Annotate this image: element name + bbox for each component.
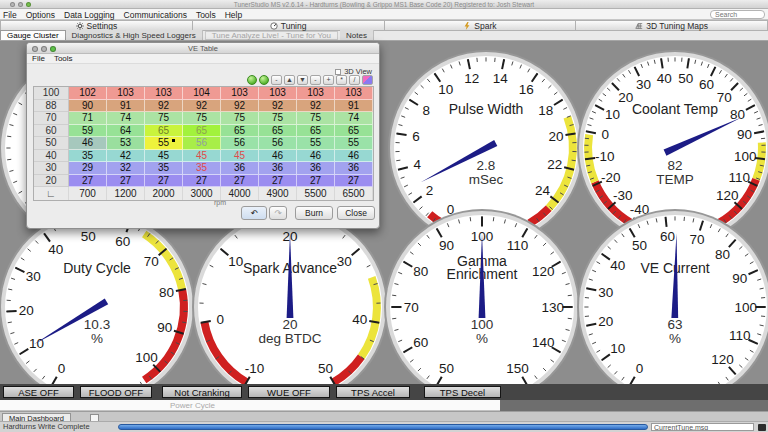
ve-cell[interactable]: 92 <box>183 100 221 113</box>
ve-cell[interactable]: 36 <box>221 162 259 175</box>
search-input[interactable] <box>710 10 765 19</box>
ve-cell[interactable]: 74 <box>107 112 145 125</box>
ve-cell[interactable]: 92 <box>145 100 183 113</box>
ve-cell[interactable]: 92 <box>221 100 259 113</box>
ve-cell[interactable]: 32 <box>107 162 145 175</box>
ve-cell[interactable]: 53 <box>107 137 145 150</box>
window-dot-icon[interactable] <box>41 46 47 52</box>
ve-cell[interactable]: 36 <box>259 162 297 175</box>
window-dot-icon[interactable] <box>18 2 23 7</box>
menu-item-file[interactable]: File <box>3 10 17 20</box>
ve-cell[interactable]: 56 <box>183 137 221 150</box>
increase-cell-button[interactable]: ▲ <box>284 75 295 85</box>
sub-tab-notes[interactable]: Notes <box>340 30 374 40</box>
ve-cell[interactable]: 103 <box>221 87 259 100</box>
window-dot-icon[interactable] <box>32 46 38 52</box>
ve-cell[interactable]: 103 <box>107 87 145 100</box>
sub-tab-gauge-cluster[interactable]: Gauge Cluster <box>0 30 66 40</box>
ve-cell[interactable]: 103 <box>335 87 373 100</box>
ve-cell[interactable]: 90 <box>69 100 107 113</box>
window-dot-icon[interactable] <box>50 46 56 52</box>
ve-cell[interactable]: 103 <box>259 87 297 100</box>
ve-cell[interactable]: 27 <box>145 175 183 188</box>
ve-cell[interactable]: 65 <box>297 125 335 138</box>
ve-cell[interactable]: 103 <box>297 87 335 100</box>
ve-cell[interactable]: 56 <box>259 137 297 150</box>
edit-button[interactable]: / <box>349 75 360 85</box>
ve-window-titlebar[interactable]: VE Table <box>27 43 379 54</box>
ve-cell[interactable]: 75 <box>297 112 335 125</box>
plus-button[interactable]: + <box>323 75 334 85</box>
ve-cell[interactable]: 46 <box>335 150 373 163</box>
ve-cell[interactable]: 27 <box>221 175 259 188</box>
ve-cell[interactable]: 45 <box>183 150 221 163</box>
menu-item-tools[interactable]: Tools <box>196 10 216 20</box>
ve-cell[interactable]: 104 <box>183 87 221 100</box>
ve-cell[interactable]: 65 <box>259 125 297 138</box>
close-button[interactable]: Close <box>337 206 375 220</box>
menu-item-help[interactable]: Help <box>225 10 242 20</box>
ve-cell[interactable]: 65 <box>335 125 373 138</box>
ve-cell[interactable]: 71 <box>69 112 107 125</box>
ve-cell[interactable]: 75 <box>183 112 221 125</box>
ve-table-window[interactable]: VE Table FileTools 3D View -▲▼-+*/ 10010… <box>26 42 380 229</box>
tab-spark[interactable]: Spark <box>385 20 577 31</box>
decrease-cell-button[interactable]: ▼ <box>297 75 308 85</box>
window-dot-icon[interactable] <box>26 2 31 7</box>
scale-button[interactable]: * <box>336 75 347 85</box>
ve-cell[interactable]: 27 <box>335 175 373 188</box>
undo-button[interactable]: ↶ <box>241 206 267 220</box>
menu-item-options[interactable]: Options <box>26 10 55 20</box>
table-zoom-in-button[interactable] <box>259 75 269 85</box>
sub-tab-tune-analyze-live-tune-for-you[interactable]: Tune Analyze Live! - Tune for You <box>205 31 338 40</box>
ve-cell[interactable]: 36 <box>335 162 373 175</box>
ve-cell[interactable]: 27 <box>259 175 297 188</box>
heatmap-colors-button[interactable] <box>362 75 373 85</box>
ve-cell[interactable]: 27 <box>69 175 107 188</box>
ve-cell[interactable]: 55 <box>145 137 183 150</box>
ve-cell[interactable]: 45 <box>221 150 259 163</box>
ve-cell[interactable]: 91 <box>107 100 145 113</box>
ve-cell[interactable]: 65 <box>183 125 221 138</box>
ve-cell[interactable]: 36 <box>297 162 335 175</box>
ve-cell[interactable]: 55 <box>297 137 335 150</box>
menu-item-communications[interactable]: Communications <box>124 10 187 20</box>
ve-cell[interactable]: 46 <box>69 137 107 150</box>
burn-button[interactable]: Burn <box>295 206 333 220</box>
ve-cell[interactable]: 75 <box>145 112 183 125</box>
ve-cell[interactable]: 46 <box>259 150 297 163</box>
ve-cell[interactable]: 27 <box>107 175 145 188</box>
ve-cell[interactable]: 65 <box>221 125 259 138</box>
ve-cell[interactable]: 45 <box>145 150 183 163</box>
ve-cell[interactable]: 75 <box>259 112 297 125</box>
ve-cell[interactable]: 74 <box>335 112 373 125</box>
ve-cell[interactable]: 35 <box>69 150 107 163</box>
ve-cell[interactable]: 65 <box>145 125 183 138</box>
table-zoom-out-button[interactable] <box>247 75 257 85</box>
ve-menu-tools[interactable]: Tools <box>54 54 73 63</box>
ve-cell[interactable]: 42 <box>107 150 145 163</box>
ve-cell[interactable]: 75 <box>221 112 259 125</box>
checkbox-icon[interactable] <box>335 69 341 75</box>
menu-item-data-logging[interactable]: Data Logging <box>64 10 115 20</box>
ve-cell[interactable]: 103 <box>145 87 183 100</box>
ve-cell[interactable]: 64 <box>107 125 145 138</box>
ve-menu-file[interactable]: File <box>32 54 45 63</box>
tab-3d-tuning-maps[interactable]: 3D Tuning Maps <box>576 20 768 31</box>
minus-button[interactable]: - <box>310 75 321 85</box>
ve-cell[interactable]: 27 <box>297 175 335 188</box>
ve-cell[interactable]: 92 <box>297 100 335 113</box>
sub-tab-diagnostics-high-speed-loggers[interactable]: Diagnostics & High Speed Loggers <box>66 30 203 40</box>
current-tune-file[interactable]: CurrentTune.msq <box>651 423 754 431</box>
ve-cell[interactable]: 35 <box>183 162 221 175</box>
ve-cell[interactable]: 29 <box>69 162 107 175</box>
ve-cell[interactable]: 92 <box>259 100 297 113</box>
ve-cell[interactable]: 55 <box>335 137 373 150</box>
ve-cell[interactable]: 27 <box>183 175 221 188</box>
window-dot-icon[interactable] <box>10 2 15 7</box>
redo-button[interactable]: ↷ <box>269 206 287 220</box>
ve-cell[interactable]: 56 <box>221 137 259 150</box>
ve-cell[interactable]: 35 <box>145 162 183 175</box>
ve-cell[interactable]: 102 <box>69 87 107 100</box>
ve-cell[interactable]: 91 <box>335 100 373 113</box>
